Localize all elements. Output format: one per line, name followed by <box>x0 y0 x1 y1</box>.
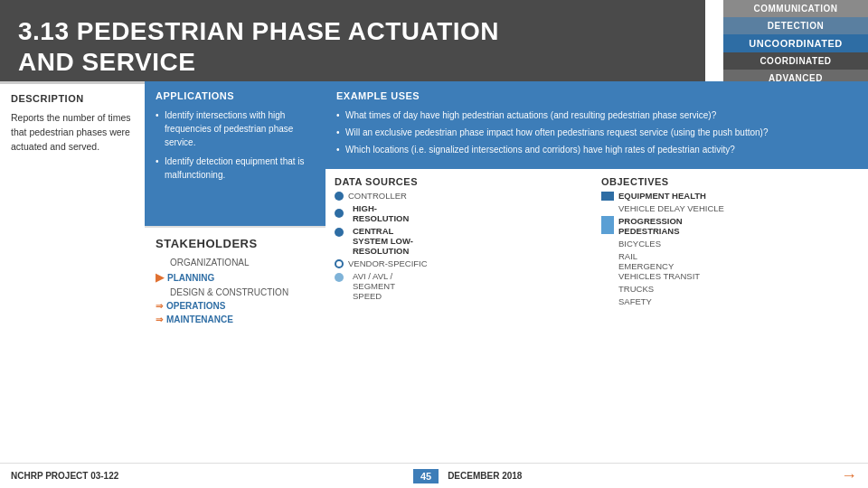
objective-bicycles: BICYCLES <box>601 239 859 249</box>
example-list: What times of day have high pedestrian a… <box>336 108 857 156</box>
objective-equipment: EQUIPMENT HEALTH <box>601 191 859 201</box>
data-item-central: CENTRALSYSTEM LOW-RESOLUTION <box>335 226 592 256</box>
bar-trucks <box>601 285 614 294</box>
main-content: DESCRIPTION Reports the number of times … <box>0 81 868 488</box>
stakeholder-planning: ▶ PLANNING <box>156 269 315 286</box>
dot-highres <box>335 209 344 218</box>
stakeholder-organizational: ORGANIZATIONAL <box>156 256 315 269</box>
data-item-controller: CONTROLLER <box>335 191 592 201</box>
list-item: Identify detection equipment that is mal… <box>156 155 315 182</box>
objective-vehicle-delay: VEHICLE DELAY VEHICLE <box>601 203 859 213</box>
dot-vendor <box>335 259 344 268</box>
page-number: 45 <box>413 469 439 483</box>
list-item: Identify intersections with high frequen… <box>156 108 315 149</box>
example-uses-header: EXAMPLE USES <box>336 90 857 101</box>
applications-section: APPLICATIONS Identify intersections with… <box>145 81 326 226</box>
example-uses-section: EXAMPLE USES What times of day have high… <box>326 81 868 169</box>
objective-rail: RAILEMERGENCYVEHICLES TRANSIT <box>601 251 859 281</box>
bottom-bar: NCHRP PROJECT 03-122 45 DECEMBER 2018 → <box>0 463 868 488</box>
stakeholder-operations: ⇒ OPERATIONS <box>156 299 315 313</box>
data-sources-column: DATA SOURCES CONTROLLER HIGH-RESOLUTION <box>335 176 592 481</box>
objective-progression: PROGRESSIONPEDESTRIANS <box>601 216 859 236</box>
middle-column: APPLICATIONS Identify intersections with… <box>145 81 326 488</box>
legend-communication: COMMUNICATION <box>723 0 868 17</box>
objectives-column: OBJECTIVES EQUIPMENT HEALTH VEHICLE DELA… <box>601 176 859 481</box>
next-arrow-icon[interactable]: → <box>841 466 857 485</box>
example-column: EXAMPLE USES What times of day have high… <box>326 81 868 488</box>
description-text: Reports the number of times that pedestr… <box>11 111 134 154</box>
arrow-right-icon: ▶ <box>156 271 164 284</box>
data-item-avi: AVI / AVL /SEGMENTSPEED <box>335 271 592 301</box>
date-label: DECEMBER 2018 <box>448 471 841 481</box>
project-label: NCHRP PROJECT 03-122 <box>11 471 404 481</box>
bar-bicycles <box>601 239 614 249</box>
stakeholder-maintenance: ⇒ MAINTENANCE <box>156 313 315 326</box>
data-item-highres: HIGH-RESOLUTION <box>335 203 592 223</box>
data-objectives-section: DATA SOURCES CONTROLLER HIGH-RESOLUTION <box>326 169 868 488</box>
bar-safety <box>601 297 614 306</box>
data-item-vendor: VENDOR-SPECIFIC <box>335 258 592 268</box>
objective-trucks: TRUCKS <box>601 284 859 294</box>
double-arrow-icon: ⇒ <box>156 301 163 311</box>
dot-avi <box>335 273 344 282</box>
objectives-header: OBJECTIVES <box>601 176 859 187</box>
stakeholders-section: STAKEHOLDERS ORGANIZATIONAL ▶ PLANNING D… <box>145 226 326 488</box>
bar-vehicle-delay <box>601 204 614 213</box>
stakeholders-header: STAKEHOLDERS <box>156 237 315 250</box>
applications-header: APPLICATIONS <box>156 90 315 101</box>
bar-rail <box>601 251 614 260</box>
page-title: 3.13 PEDESTRIAN PHASE ACTUATION AND SERV… <box>18 16 687 77</box>
objective-safety: SAFETY <box>601 296 859 306</box>
description-column: DESCRIPTION Reports the number of times … <box>0 81 145 488</box>
legend-coordinated: COORDINATED <box>723 52 868 70</box>
list-item: What times of day have high pedestrian a… <box>336 108 857 122</box>
description-header: DESCRIPTION <box>11 93 134 104</box>
dot-central <box>335 228 344 237</box>
list-item: Will an exclusive pedestrian phase impac… <box>336 126 857 139</box>
legend-uncoordinated: UNCOORDINATED <box>723 34 868 52</box>
data-sources-header: DATA SOURCES <box>335 176 592 187</box>
double-arrow-icon-2: ⇒ <box>156 314 163 324</box>
list-item: Which locations (i.e. signalized interse… <box>336 143 857 156</box>
bar-equipment <box>601 192 614 201</box>
page-header: 3.13 PEDESTRIAN PHASE ACTUATION AND SERV… <box>0 0 705 89</box>
dot-controller <box>335 192 344 201</box>
legend-panel: COMMUNICATION DETECTION UNCOORDINATED CO… <box>723 0 868 87</box>
stakeholder-design: DESIGN & CONSTRUCTION <box>156 286 315 299</box>
legend-detection: DETECTION <box>723 17 868 34</box>
bar-progression <box>601 216 614 234</box>
applications-list: Identify intersections with high frequen… <box>156 108 315 182</box>
